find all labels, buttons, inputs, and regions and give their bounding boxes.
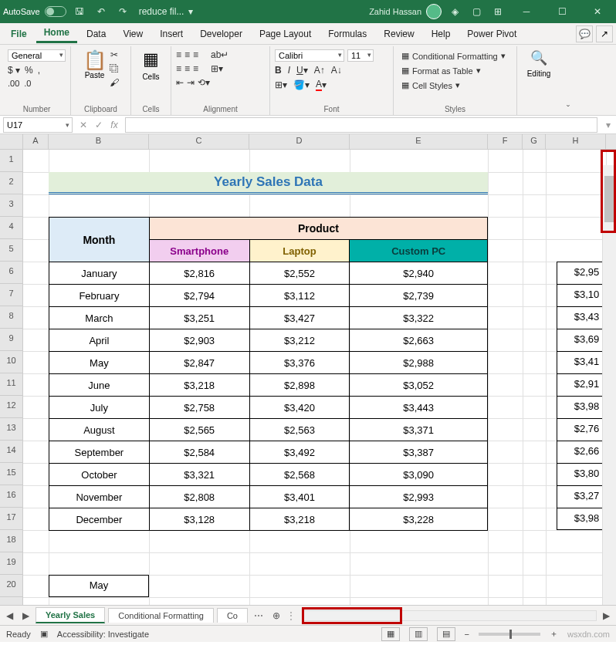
share-icon[interactable]: ↗: [596, 25, 613, 42]
view-pagebreak-icon[interactable]: ▤: [437, 627, 455, 641]
tab-yearly-sales[interactable]: Yearly Sales: [36, 607, 105, 623]
data-cell[interactable]: $2,903: [149, 329, 249, 352]
month-cell[interactable]: August: [49, 419, 150, 441]
row-header-3[interactable]: 3: [0, 194, 22, 217]
data-cell[interactable]: $2,552: [249, 262, 350, 285]
data-cell[interactable]: $3,212: [249, 329, 350, 352]
menu-insert[interactable]: Insert: [152, 25, 191, 42]
data-cell[interactable]: $2,940: [350, 262, 488, 285]
month-cell[interactable]: July: [49, 397, 150, 419]
custompc-header[interactable]: Custom PC: [350, 240, 488, 262]
zoom-out-icon[interactable]: −: [465, 630, 469, 639]
paste-icon[interactable]: 📋: [83, 49, 107, 71]
view-pagelayout-icon[interactable]: ▥: [409, 627, 428, 641]
row-header-6[interactable]: 6: [0, 262, 22, 284]
cells-icon[interactable]: ▦: [143, 49, 159, 69]
tab-nav-next[interactable]: ▶: [19, 610, 32, 621]
row-header-4[interactable]: 4: [0, 217, 22, 239]
data-cell[interactable]: $2,988: [350, 352, 488, 374]
decrease-font-icon[interactable]: A↓: [331, 65, 342, 76]
month-cell[interactable]: October: [49, 464, 150, 486]
data-cell[interactable]: $2,563: [249, 419, 350, 441]
menu-view[interactable]: View: [115, 25, 151, 42]
data-cell[interactable]: $3,443: [350, 397, 488, 419]
row-header-18[interactable]: 18: [0, 530, 22, 552]
indent-left-icon[interactable]: ⇤: [176, 77, 184, 88]
comments-icon[interactable]: 💬: [576, 25, 593, 42]
row-header-5[interactable]: 5: [0, 239, 22, 262]
month-cell[interactable]: November: [49, 486, 150, 508]
status-accessibility[interactable]: Accessibility: Investigate: [57, 630, 149, 639]
data-cell[interactable]: $2,993: [350, 486, 488, 508]
row-header-15[interactable]: 15: [0, 463, 22, 485]
month-cell[interactable]: January: [49, 262, 150, 285]
select-all-corner[interactable]: [0, 134, 23, 149]
fx-icon[interactable]: fx: [107, 117, 122, 133]
new-sheet-icon[interactable]: ⊕: [269, 610, 283, 621]
cells-area[interactable]: Yearly Sales Data Month Product Smartpho…: [23, 150, 616, 605]
month-cell[interactable]: December: [49, 508, 150, 531]
tab-nav-prev[interactable]: ◀: [3, 610, 16, 621]
data-cell[interactable]: $3,052: [350, 374, 488, 397]
row-header-9[interactable]: 9: [0, 329, 22, 351]
data-cell[interactable]: $2,739: [350, 285, 488, 307]
fill-color-icon[interactable]: 🪣▾: [293, 79, 310, 91]
comma-icon[interactable]: ,: [38, 65, 40, 76]
user-name[interactable]: Zahid Hassan: [369, 7, 421, 16]
format-as-table-button[interactable]: ▦Format as Table ▾: [398, 64, 512, 77]
maximize-button[interactable]: ☐: [547, 0, 577, 23]
data-cell[interactable]: $2,565: [149, 419, 249, 441]
row-header-17[interactable]: 17: [0, 508, 22, 530]
align-top-icon[interactable]: ≡: [176, 49, 181, 60]
close-button[interactable]: ✕: [582, 0, 613, 23]
cut-icon[interactable]: ✂: [110, 49, 119, 60]
row-header-16[interactable]: 16: [0, 485, 22, 508]
align-middle-icon[interactable]: ≡: [184, 49, 190, 60]
diamond-icon[interactable]: ◈: [446, 3, 463, 20]
conditional-formatting-button[interactable]: ▦Conditional Formatting ▾: [398, 49, 512, 62]
month-cell[interactable]: February: [49, 285, 150, 307]
menu-review[interactable]: Review: [376, 25, 421, 42]
sheet-title[interactable]: Yearly Sales Data: [49, 172, 488, 194]
undo-icon[interactable]: ↶: [93, 3, 110, 20]
orientation-icon[interactable]: ⟲▾: [198, 77, 210, 88]
editing-label[interactable]: Editing: [527, 69, 551, 78]
cells-label[interactable]: Cells: [142, 73, 159, 81]
data-cell[interactable]: $2,808: [149, 486, 249, 508]
paste-label[interactable]: Paste: [85, 71, 105, 79]
copy-icon[interactable]: ⿻: [110, 63, 119, 74]
data-cell[interactable]: $3,112: [249, 285, 350, 307]
row-header-12[interactable]: 12: [0, 396, 22, 418]
autosave-toggle[interactable]: [45, 6, 66, 17]
underline-icon[interactable]: U▾: [296, 65, 308, 76]
row-header-19[interactable]: 19: [0, 552, 22, 575]
col-header-B[interactable]: B: [49, 134, 149, 149]
data-cell[interactable]: $2,568: [249, 464, 350, 486]
data-cell[interactable]: $2,584: [149, 441, 249, 464]
increase-decimal-icon[interactable]: .00: [8, 79, 19, 88]
data-cell[interactable]: $3,371: [350, 419, 488, 441]
product-header[interactable]: Product: [149, 218, 487, 240]
month-cell[interactable]: September: [49, 441, 150, 464]
col-header-H[interactable]: H: [546, 134, 606, 149]
month-cell[interactable]: June: [49, 374, 150, 397]
redo-icon[interactable]: ↷: [114, 3, 131, 20]
data-cell[interactable]: $3,218: [249, 508, 350, 531]
ribbon-mode-icon[interactable]: ⊞: [489, 3, 506, 20]
number-format-select[interactable]: General: [8, 49, 66, 62]
collapse-ribbon-icon[interactable]: ˇ: [560, 46, 576, 115]
month-cell[interactable]: May: [49, 352, 150, 374]
data-cell[interactable]: $3,376: [249, 352, 350, 374]
percent-icon[interactable]: %: [25, 65, 33, 76]
format-painter-icon[interactable]: 🖌: [110, 77, 119, 88]
row-header-13[interactable]: 13: [0, 418, 22, 441]
align-left-icon[interactable]: ≡: [176, 63, 181, 74]
border-icon[interactable]: ⊞▾: [275, 79, 287, 91]
cancel-formula-icon[interactable]: ✕: [76, 117, 91, 133]
cell-styles-button[interactable]: ▦Cell Styles ▾: [398, 79, 512, 92]
currency-icon[interactable]: $ ▾: [8, 65, 20, 76]
horizontal-scrollbar[interactable]: [302, 610, 597, 621]
name-box[interactable]: U17: [3, 117, 73, 133]
row-header-8[interactable]: 8: [0, 306, 22, 329]
month-header[interactable]: Month: [49, 218, 150, 262]
